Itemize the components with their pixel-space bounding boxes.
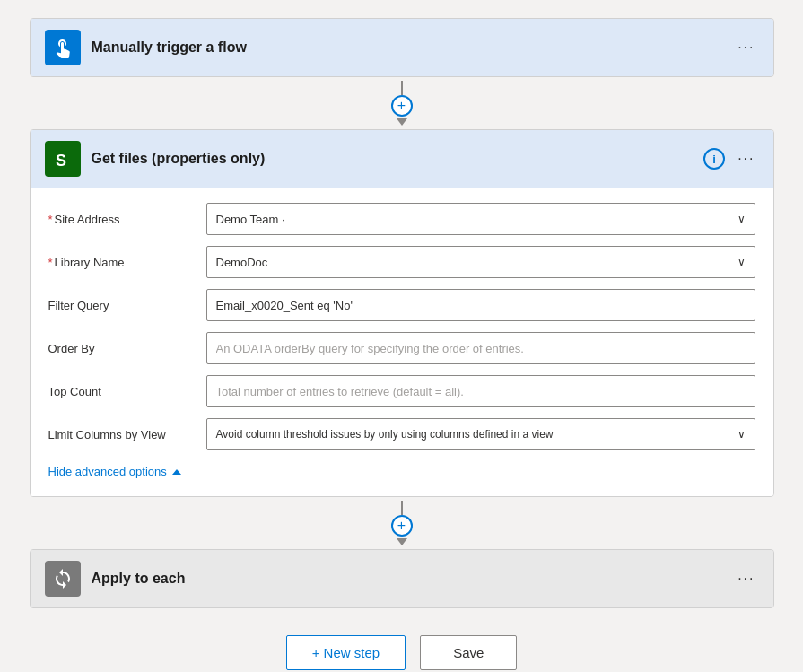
apply-each-title: Apply to each: [92, 571, 724, 587]
trigger-title: Manually trigger a flow: [92, 39, 724, 56]
site-address-row: Site Address Demo Team · ∨: [48, 203, 755, 235]
limit-columns-arrow: ∨: [738, 428, 746, 441]
connector-line-2: [401, 501, 403, 515]
limit-columns-label: Limit Columns by View: [48, 428, 192, 441]
top-count-label: Top Count: [48, 385, 192, 398]
top-count-input[interactable]: [206, 375, 755, 407]
action-card: S Get files (properties only) i ··· Site…: [30, 129, 774, 497]
library-name-arrow: ∨: [738, 256, 746, 268]
library-name-dropdown[interactable]: DemoDoc ∨: [206, 246, 755, 278]
add-step-button-2[interactable]: +: [391, 515, 413, 537]
limit-columns-dropdown[interactable]: Avoid column threshold issues by only us…: [206, 418, 755, 450]
site-address-dropdown[interactable]: Demo Team · ∨: [206, 203, 755, 235]
site-address-value: Demo Team ·: [216, 213, 285, 226]
new-step-button[interactable]: + New step: [286, 635, 406, 670]
action-header: S Get files (properties only) i ···: [31, 130, 773, 188]
connector-1: +: [391, 77, 413, 129]
apply-each-ellipsis-button[interactable]: ···: [734, 567, 758, 590]
flow-canvas: Manually trigger a flow ··· + S Get file…: [30, 18, 774, 670]
trigger-card: Manually trigger a flow ···: [30, 18, 774, 77]
site-address-arrow: ∨: [738, 213, 746, 225]
apply-each-menu: ···: [734, 567, 758, 590]
trigger-header: Manually trigger a flow ···: [31, 19, 773, 76]
apply-each-icon-svg: [52, 568, 74, 589]
apply-each-card: Apply to each ···: [30, 549, 774, 608]
order-by-label: Order By: [48, 342, 192, 355]
connector-arrow-1: [397, 118, 407, 126]
hide-advanced-label: Hide advanced options: [48, 465, 167, 478]
library-name-label: Library Name: [48, 256, 192, 269]
info-button[interactable]: i: [703, 148, 725, 170]
filter-query-row: Filter Query: [48, 289, 755, 321]
bottom-actions: + New step Save: [286, 635, 518, 670]
apply-each-header: Apply to each ···: [31, 550, 773, 607]
library-name-value: DemoDoc: [216, 256, 268, 269]
top-count-row: Top Count: [48, 375, 755, 407]
action-title: Get files (properties only): [92, 151, 694, 167]
limit-columns-value: Avoid column threshold issues by only us…: [216, 428, 554, 441]
order-by-row: Order By: [48, 332, 755, 364]
site-address-label: Site Address: [48, 213, 192, 226]
trigger-menu: ···: [734, 36, 758, 59]
trigger-ellipsis-button[interactable]: ···: [734, 36, 758, 59]
connector-line-top: [401, 81, 403, 95]
action-menu: i ···: [703, 147, 758, 170]
sharepoint-icon-svg: S: [52, 148, 74, 170]
chevron-up-icon: [172, 469, 181, 475]
apply-each-icon: [45, 561, 81, 597]
hide-advanced-button[interactable]: Hide advanced options: [48, 461, 181, 482]
limit-columns-row: Limit Columns by View Avoid column thres…: [48, 418, 755, 450]
connector-2: +: [391, 497, 413, 549]
connector-arrow-2: [397, 538, 407, 545]
filter-query-input[interactable]: [206, 289, 755, 321]
action-ellipsis-button[interactable]: ···: [734, 147, 758, 170]
trigger-icon-svg: [52, 37, 74, 58]
sharepoint-icon: S: [45, 141, 81, 177]
order-by-input[interactable]: [206, 332, 755, 364]
filter-query-label: Filter Query: [48, 299, 192, 312]
svg-text:S: S: [56, 152, 66, 170]
library-name-row: Library Name DemoDoc ∨: [48, 246, 755, 278]
action-body: Site Address Demo Team · ∨ Library Name …: [31, 188, 773, 496]
add-step-button-1[interactable]: +: [391, 95, 413, 117]
trigger-icon: [45, 30, 81, 65]
save-button[interactable]: Save: [420, 635, 517, 670]
